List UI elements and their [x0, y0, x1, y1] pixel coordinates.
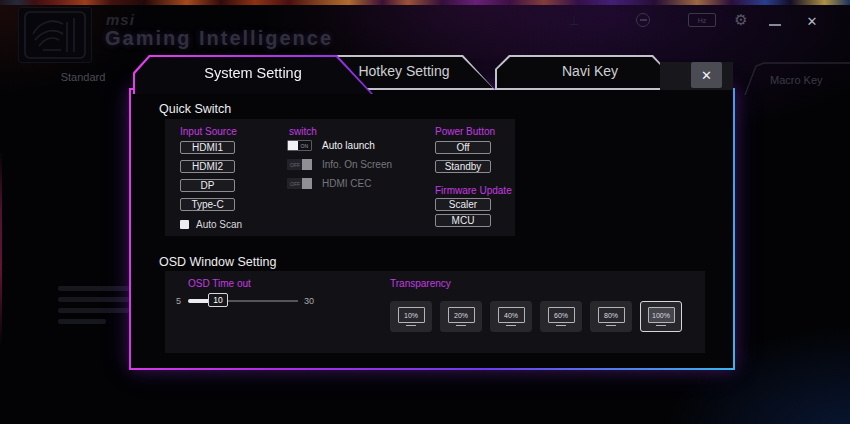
monitor-icon: 60% [548, 307, 575, 323]
firmware-scaler-button[interactable]: Scaler [435, 198, 491, 211]
transparency-10-button[interactable]: 10% [390, 301, 432, 332]
toggle-state-text: OFF [287, 162, 300, 168]
auto-launch-label: Auto launch [322, 140, 375, 151]
monitor-stand [406, 325, 416, 326]
toggle-knob [302, 159, 312, 170]
transparency-40-button[interactable]: 40% [490, 301, 532, 332]
minimize-icon[interactable] [768, 13, 782, 29]
input-hdmi2-button[interactable]: HDMI2 [180, 160, 235, 173]
msi-wordmark: msi [106, 11, 135, 28]
info-on-screen-toggle[interactable]: OFF [287, 159, 312, 170]
slider-handle[interactable]: 10 [208, 293, 228, 307]
monitor-icon: 100% [648, 307, 675, 323]
tab-system-setting-label: System Setting [135, 57, 371, 94]
transparency-80-button[interactable]: 80% [590, 301, 632, 332]
firmware-update-label: Firmware Update [435, 185, 512, 196]
slider-min-label: 5 [176, 296, 181, 306]
background-tab-standard[interactable]: Standard [28, 66, 138, 88]
quick-switch-heading: Quick Switch [159, 102, 231, 116]
account-icon[interactable] [636, 13, 650, 27]
auto-launch-toggle[interactable]: ON [287, 140, 312, 151]
power-button-label: Power Button [435, 126, 495, 137]
firmware-mcu-button[interactable]: MCU [435, 214, 491, 227]
toggle-state-text: ON [301, 143, 312, 149]
osd-window-setting-heading: OSD Window Setting [159, 255, 276, 269]
monitor-icon: 10% [398, 307, 425, 323]
hdmi-cec-row: OFF HDMI CEC [287, 178, 371, 189]
tab-system-setting[interactable]: System Setting [133, 55, 373, 94]
monitor-icon: 40% [498, 307, 525, 323]
background-description-text [58, 286, 130, 330]
transparency-20-button[interactable]: 20% [440, 301, 482, 332]
input-type-c-button[interactable]: Type-C [180, 198, 235, 211]
app-title: Gaming Intelligence [105, 27, 333, 50]
monitor-stand [656, 325, 666, 326]
monitor-stand [606, 325, 616, 326]
tab-navi-key-label: Navi Key [497, 57, 683, 88]
toggle-knob [302, 178, 312, 189]
dialog-close-button[interactable]: ✕ [691, 62, 722, 88]
tab-navi-key[interactable]: Navi Key [495, 55, 685, 90]
app-window: msi Gaming Intelligence Standard Macro K… [0, 0, 850, 424]
transparency-label: Transparency [390, 278, 451, 289]
hdmi-cec-toggle[interactable]: OFF [287, 178, 312, 189]
settings-gear-icon[interactable]: ⚙ [732, 11, 750, 29]
monitor-stand [506, 325, 516, 326]
transparency-options: 10% 20% 40% 60% 80% 100% [390, 301, 682, 332]
update-icon[interactable]: ⊥ [566, 13, 582, 29]
toggle-state-text: OFF [287, 181, 300, 187]
slider-max-label: 30 [304, 296, 314, 306]
power-off-button[interactable]: Off [435, 141, 491, 154]
monitor-icon: 80% [598, 307, 625, 323]
auto-scan-checkbox[interactable] [180, 220, 189, 229]
power-standby-button[interactable]: Standby [435, 160, 491, 173]
switch-group-label: switch [289, 126, 317, 137]
auto-launch-row: ON Auto launch [287, 140, 375, 151]
input-hdmi1-button[interactable]: HDMI1 [180, 141, 235, 154]
background-edge-light [0, 150, 2, 346]
auto-scan-label: Auto Scan [196, 219, 242, 230]
input-dp-button[interactable]: DP [180, 179, 235, 192]
background-tab-macro-label: Macro Key [770, 74, 823, 86]
refresh-rate-icon[interactable]: Hz [688, 13, 716, 27]
app-close-icon[interactable]: ✕ [804, 13, 820, 29]
transparency-60-button[interactable]: 60% [540, 301, 582, 332]
background-tab-macro-key[interactable]: Macro Key [744, 62, 850, 95]
auto-scan-checkbox-row[interactable]: Auto Scan [180, 219, 242, 230]
osd-timeout-slider: 5 10 30 [176, 292, 321, 312]
osd-timeout-label: OSD Time out [188, 278, 251, 289]
info-on-screen-label: Info. On Screen [322, 159, 392, 170]
monitor-stand [556, 325, 566, 326]
hdmi-cec-label: HDMI CEC [322, 178, 371, 189]
msi-emblem-logo [18, 7, 92, 63]
toggle-knob [288, 141, 298, 150]
monitor-icon: 20% [448, 307, 475, 323]
transparency-100-button[interactable]: 100% [640, 301, 682, 332]
input-source-label: Input Source [180, 126, 237, 137]
info-on-screen-row: OFF Info. On Screen [287, 159, 392, 170]
monitor-stand [456, 325, 466, 326]
